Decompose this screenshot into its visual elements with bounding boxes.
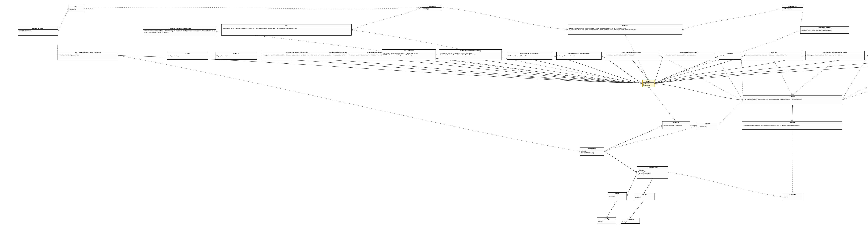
class-members: +DynamicsFrameworkSecondBase +StoreOrgCo… — [144, 30, 216, 33]
edge — [842, 55, 868, 100]
class-title: final.tbl — [634, 193, 654, 196]
edge-layer — [0, 0, 868, 226]
uml-class-helper1[interactable]: ving.cs+feature:ex — [608, 192, 627, 200]
class-title: DataStore — [568, 25, 682, 27]
class-title: DataRow — [742, 121, 842, 124]
class-title: StringToString — [422, 5, 441, 8]
edge — [654, 83, 743, 100]
edge — [552, 56, 642, 83]
uml-class-dynamics-framework[interactable]: DynamicsFrameworkSecondBase+DynamicsFram… — [143, 27, 216, 36]
class-title: URLFormBind — [382, 49, 436, 52]
uml-class-cs-form[interactable]: CSForm+displayName:string — [215, 52, 257, 60]
class-title: Instance — [662, 121, 690, 124]
edge — [682, 8, 782, 30]
uml-class-superlabel-fi[interactable]: SuperLabelContentFormSecondary+InitGroup… — [806, 51, 865, 60]
class-members: +AllFieldsBond(content) +ContentSecondar… — [743, 98, 842, 100]
uml-class-datastore[interactable]: DataStore+SelectComponentAttributes +sto… — [568, 24, 682, 35]
uml-class-final-tbl[interactable]: final.tbl+toFields(...) — [633, 193, 654, 200]
class-members: +testData:store — [782, 8, 803, 10]
class-members: +DatabaseExecutor:Table.store +String.Da… — [742, 124, 842, 126]
edge — [793, 60, 835, 95]
edge — [718, 100, 743, 126]
class-members: +InitGroupedFramework(content):void — [58, 54, 118, 56]
class-members: +InitGroupedFrameworkSecondColumn +Table… — [606, 54, 659, 56]
edge — [84, 7, 422, 9]
class-members: +Config 1 — [621, 221, 640, 223]
class-title: TextComponentFormSecondary — [439, 49, 501, 52]
uml-class-file-batch-res[interactable]: FileSecondaryFile:values Secondary:File … — [637, 166, 669, 179]
uml-class-reference-form[interactable]: ReferenceFormType+ReferenceFormType(form… — [800, 26, 849, 34]
class-members: +ToString() — [422, 8, 441, 10]
uml-class-col-module[interactable]: ColModule+InitGroupedFrameworkSecondColu… — [745, 51, 802, 60]
class-title: AllExt — [643, 80, 654, 83]
uml-class-bottom-helper[interactable]: SecondType+Config 1 — [621, 218, 640, 224]
class-title: CSForm — [215, 52, 257, 55]
class-title: NatalieStore — [782, 5, 803, 8]
uml-class-datalabel-fi[interactable]: DataLabelFieldFormSecondary+InitGroupedF… — [605, 51, 659, 60]
class-title: SuperLabelContentFormSecondary — [806, 51, 864, 54]
edge — [601, 56, 642, 83]
class-title: GradeContentFormSecondary — [507, 52, 552, 55]
edge — [351, 7, 422, 30]
edge — [441, 7, 568, 30]
class-members: +dataStoreObj:string +storeName — [662, 124, 690, 126]
class-title: CSResume — [580, 148, 604, 150]
class-title: SetFinalContentFormSecondary — [557, 52, 601, 55]
edge — [208, 56, 642, 83]
edge — [58, 9, 69, 31]
uml-class-whiteboard-fi[interactable]: WhiteboardFormSecondary+InitGroupedFrame… — [663, 51, 715, 60]
class-members: +Native() — [597, 220, 616, 223]
uml-class-csharp-framework[interactable]: CSharpFramework+GetNativeAssembly() — [18, 27, 58, 36]
class-members: +Config 3 — [782, 196, 803, 198]
class-title: ReferenceFormType — [801, 27, 849, 29]
class-title: DataLabelFieldFormSecondary — [606, 51, 659, 54]
uml-class-cs-wire[interactable]: CSWire+displayName:string — [167, 52, 208, 60]
uml-class-topleft[interactable]: Script+scriptBody — [69, 5, 84, 12]
uml-class-bottom-left[interactable]: Config+Native() — [597, 218, 616, 224]
uml-class-init[interactable]: Init+DisplayString():string +xy.rawCoord… — [221, 24, 351, 36]
class-members: +InitGroupedFrameworkSecondColumn — [507, 55, 552, 57]
uml-class-allfields[interactable]: AllFields+AllFieldsBond(content) +Conten… — [743, 95, 842, 105]
edge — [604, 125, 662, 152]
class-members: +GetNativeAssembly() — [19, 30, 58, 32]
edge — [630, 200, 644, 218]
class-title: DynamicsFrameworkSecondBase — [144, 27, 216, 30]
edge — [842, 55, 868, 100]
class-title: SecondType — [621, 218, 640, 221]
uml-class-url-form[interactable]: URLFormBind+InitGroupedFrameworkSecondCo… — [382, 49, 436, 60]
class-members: +displayName:string — [167, 55, 208, 57]
uml-class-setfinal-fi[interactable]: SetFinalContentFormSecondary+InitGrouped… — [556, 52, 601, 60]
class-title: Config — [597, 218, 616, 220]
uml-class-ole-auto[interactable]: OleAuto+OleAutoObj.obj — [697, 122, 718, 129]
uml-class-dropdown-fi[interactable]: DropDownSourceFormInstanceColumn+InitGro… — [57, 51, 118, 60]
class-title: Init — [221, 25, 351, 27]
edge — [257, 56, 642, 83]
uml-class-grade-fi[interactable]: GradeContentFormSecondary+InitGroupedFra… — [507, 52, 552, 60]
class-members: +InitGroupedFrameworkSecondColumn — [557, 55, 601, 57]
edge — [118, 55, 580, 151]
edge — [632, 60, 648, 80]
edge — [648, 87, 676, 121]
uml-class-instance[interactable]: Instance+dataStoreObj:string +storeName — [662, 121, 690, 129]
edge — [715, 55, 743, 100]
uml-class-table-data[interactable]: TableData+tableData — [719, 52, 741, 60]
uml-class-cs-resume[interactable]: CSResume+toString +ResumeBatchResults() — [580, 147, 604, 156]
class-members: +tableData — [719, 55, 741, 57]
class-members: +SelectComponentAttributes +storing.attr… — [568, 27, 682, 31]
edge — [644, 179, 653, 193]
class-members: +DisplayString():string +xy.rawCoordinat… — [221, 27, 351, 29]
class-title: AllFields — [743, 96, 842, 98]
uml-class-string-tostring[interactable]: StringToString+ToString() — [422, 5, 441, 10]
class-title: Script — [69, 5, 84, 8]
edge — [690, 125, 697, 126]
class-title: ColModule — [745, 51, 802, 54]
edge — [792, 129, 793, 193]
uml-class-text-comp-fi[interactable]: TextComponentFormSecondary+InitGroupedFr… — [439, 49, 502, 60]
uml-class-all-ext[interactable]: AllExtpublic see -inherits bool — [642, 80, 654, 87]
edge — [654, 56, 719, 83]
uml-class-natalie[interactable]: NatalieStore+testData:store — [782, 5, 803, 11]
class-members: +InitGroupedFrameworkSecondColumn +Table… — [806, 54, 864, 56]
edge — [773, 60, 793, 95]
uml-class-big-row[interactable]: DataRow+DatabaseExecutor:Table.store +St… — [742, 121, 842, 129]
uml-class-topcfg[interactable]: 3 config[]+Config 3 — [782, 193, 803, 200]
